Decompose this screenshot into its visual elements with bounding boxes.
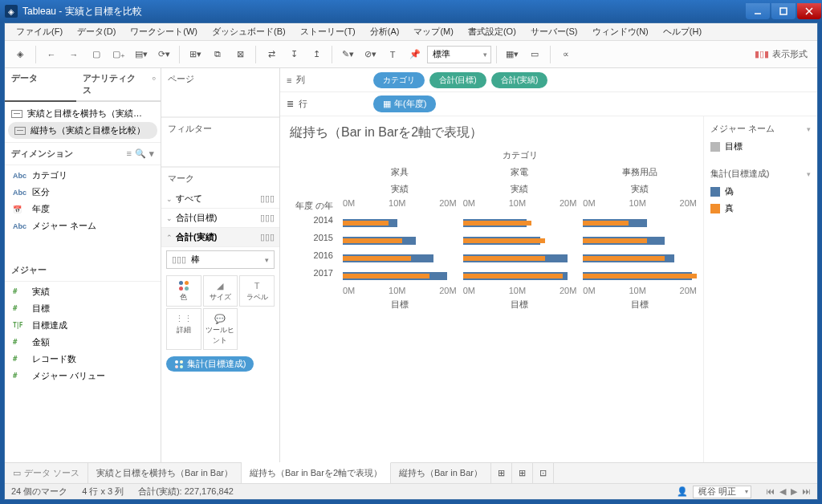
bar-actual[interactable] (463, 256, 545, 261)
viz-title[interactable]: 縦持ち（Bar in Barを2軸で表現） (283, 121, 700, 148)
new-data-button[interactable]: ▢₊ (108, 44, 129, 65)
new-sheet-button[interactable]: ⊞▾ (185, 44, 206, 65)
columns-shelf[interactable]: ≡列 カテゴリ 合計(目標) 合計(実績) (280, 68, 817, 92)
save-button[interactable]: ▢ (86, 44, 107, 65)
pill-year[interactable]: ▦年(年度) (373, 96, 436, 112)
pill-category[interactable]: カテゴリ (373, 72, 425, 88)
legend-item-false[interactable]: 偽 (707, 183, 814, 200)
menu-map[interactable]: マップ(M) (407, 24, 460, 39)
meas-amount[interactable]: #金額 (5, 334, 161, 351)
pin-button[interactable]: 📌 (405, 44, 425, 65)
clear-button[interactable]: ⊠ (230, 44, 250, 65)
menu-worksheet[interactable]: ワークシート(W) (124, 24, 204, 39)
new-worksheet-button[interactable]: ⊞ (491, 463, 512, 483)
redo-button[interactable]: → (63, 44, 84, 65)
menu-window[interactable]: ウィンドウ(N) (586, 24, 655, 39)
auto-update-button[interactable]: ▤▾ (131, 44, 152, 65)
new-story-button[interactable]: ⊡ (533, 463, 554, 483)
refresh-button[interactable]: ⟳▾ (153, 44, 174, 65)
mark-type-select[interactable]: ▯▯▯棒 (166, 250, 275, 269)
sheet-tab-1[interactable]: 実績と目標を横持ち（Bar in Bar） (88, 463, 242, 483)
dim-search-icon[interactable]: 🔍 (135, 148, 146, 159)
maximize-button[interactable] (771, 3, 796, 19)
rows-shelf[interactable]: ≣行 ▦年(年度) (280, 92, 817, 116)
sort-asc-button[interactable]: ↧ (283, 44, 304, 65)
next-icon[interactable]: ▶ (791, 486, 797, 497)
bar-actual[interactable] (463, 221, 531, 226)
filters-shelf[interactable]: フィルター (161, 117, 279, 140)
menu-dashboard[interactable]: ダッシュボード(B) (206, 24, 292, 39)
bar-actual[interactable] (583, 256, 665, 261)
highlight-button[interactable]: ✎▾ (337, 44, 358, 65)
menu-analysis[interactable]: 分析(A) (364, 24, 406, 39)
meas-target[interactable]: #目標 (5, 300, 161, 317)
detail-button[interactable]: ⋮⋮詳細 (166, 308, 201, 350)
marks-target[interactable]: ⌄合計(目標)▯▯▯ (161, 209, 279, 228)
menu-server[interactable]: サーバー(S) (524, 24, 584, 39)
dim-dropdown-icon[interactable]: ▾ (149, 148, 154, 159)
last-icon[interactable]: ⏭ (802, 486, 811, 497)
dim-year[interactable]: 📅年度 (5, 201, 161, 217)
tab-data[interactable]: データ (5, 68, 76, 102)
label-button[interactable]: Tラベル (239, 275, 275, 307)
tooltip-button[interactable]: 💬ツールヒント (203, 308, 238, 350)
label-button[interactable]: T (382, 44, 403, 65)
share-button[interactable]: ∝ (555, 44, 576, 65)
data-source-1[interactable]: 実績と目標を横持ち（実績… (5, 105, 161, 122)
duplicate-button[interactable]: ⧉ (207, 44, 228, 65)
bar-actual[interactable] (583, 274, 697, 278)
pill-goal-attain[interactable]: 集計(目標達成) (166, 356, 254, 372)
undo-button[interactable]: ← (41, 44, 62, 65)
status-user[interactable]: 👤 梶谷 明正 (677, 486, 751, 498)
bar-actual[interactable] (343, 221, 389, 226)
menu-file[interactable]: ファイル(F) (10, 24, 69, 39)
prev-icon[interactable]: ◀ (779, 486, 786, 497)
data-pane-menu-icon[interactable]: ◦ (147, 68, 161, 100)
tab-analytics[interactable]: アナリティクス (76, 68, 148, 100)
show-me-button[interactable]: ▮▯▮ 表示形式 (755, 48, 812, 60)
close-button[interactable] (797, 3, 821, 19)
meas-attain[interactable]: T|F目標達成 (5, 317, 161, 334)
menu-data[interactable]: データ(D) (71, 24, 122, 39)
first-icon[interactable]: ⏮ (766, 486, 775, 497)
meas-values[interactable]: #メジャー バリュー (5, 368, 161, 384)
pages-shelf[interactable]: ページ (161, 68, 279, 90)
legend-item-target[interactable]: 目標 (707, 138, 814, 155)
meas-records[interactable]: #レコード数 (5, 351, 161, 368)
dim-category[interactable]: Abcカテゴリ (5, 167, 161, 184)
pill-sum-actual[interactable]: 合計(実績) (491, 72, 548, 88)
bar-actual[interactable] (343, 274, 429, 278)
bar-actual[interactable] (583, 221, 629, 226)
dim-segment[interactable]: Abc区分 (5, 184, 161, 201)
bar-actual[interactable] (463, 238, 545, 243)
legend-item-true[interactable]: 真 (707, 200, 814, 217)
bar-actual[interactable] (343, 256, 411, 261)
sheet-tab-2[interactable]: 縦持ち（Bar in Barを2軸で表現） (242, 462, 391, 483)
bar-actual[interactable] (463, 274, 564, 278)
legend-attainment[interactable]: 集計(目標達成) (707, 165, 814, 183)
data-source-2[interactable]: 縦持ち（実績と目標を比較） (8, 122, 157, 139)
marks-all[interactable]: ⌄すべて▯▯▯ (161, 189, 279, 209)
color-button[interactable]: 色 (166, 275, 201, 307)
sheet-tab-3[interactable]: 縦持ち（Bar in Bar） (391, 463, 491, 483)
bar-actual[interactable] (343, 238, 402, 243)
bar-actual[interactable] (583, 238, 646, 243)
swap-button[interactable]: ⇄ (261, 44, 282, 65)
new-dashboard-button[interactable]: ⊞ (512, 463, 533, 483)
pill-sum-target[interactable]: 合計(目標) (429, 72, 486, 88)
sort-desc-button[interactable]: ↥ (306, 44, 327, 65)
dim-measure-names[interactable]: Abcメジャー ネーム (5, 217, 161, 234)
legend-measure-names[interactable]: メジャー ネーム (707, 120, 814, 138)
marks-actual[interactable]: ⌃合計(実績)▯▯▯ (161, 228, 279, 247)
meas-actual[interactable]: #実績 (5, 283, 161, 300)
size-button[interactable]: ◢サイズ (203, 275, 238, 307)
tab-data-source[interactable]: ▭データ ソース (5, 463, 88, 483)
tableau-logo-icon[interactable]: ◈ (10, 44, 31, 65)
fit-select[interactable]: 標準 (427, 46, 491, 63)
viz-canvas[interactable]: 縦持ち（Bar in Barを2軸で表現） カテゴリ家具家電事務用品実績実績実績… (280, 116, 703, 462)
dim-menu-icon[interactable]: ≡ (127, 148, 132, 159)
minimize-button[interactable] (746, 3, 770, 19)
menu-help[interactable]: ヘルプ(H) (657, 24, 708, 39)
cards-button[interactable]: ▦▾ (502, 44, 523, 65)
group-button[interactable]: ⊘▾ (360, 44, 380, 65)
